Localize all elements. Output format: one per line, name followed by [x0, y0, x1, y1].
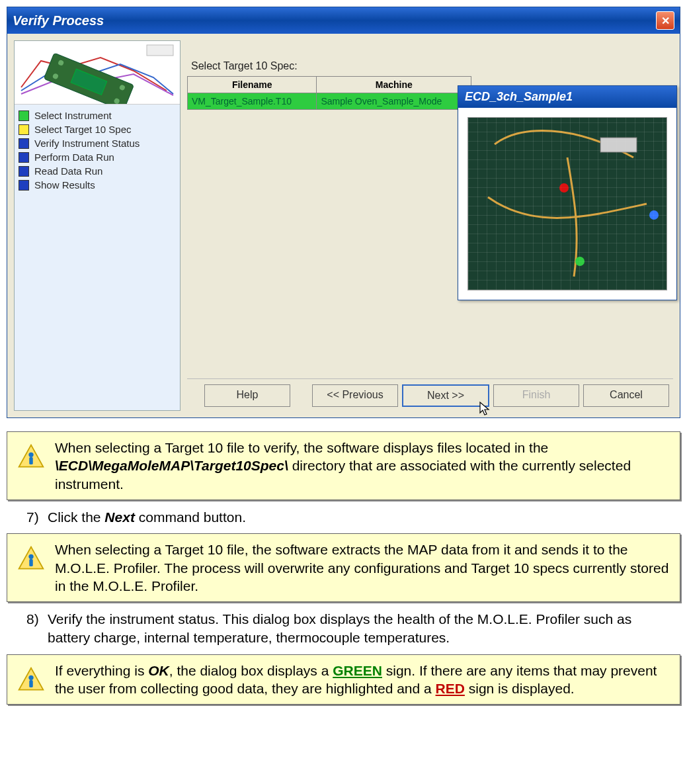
svg-point-13	[28, 554, 33, 559]
note-text: When selecting a Target 10 file, the sof…	[55, 541, 670, 595]
next-button-label: Next >>	[427, 390, 464, 401]
step-7: 7)Click the Next command button.	[26, 508, 680, 527]
step-perform-run: Perform Data Run	[19, 150, 176, 164]
step-label: Select Target 10 Spec	[34, 124, 131, 135]
close-button[interactable]: ✕	[656, 11, 674, 30]
info-note-1: When selecting a Target 10 file to verif…	[7, 431, 680, 500]
status-box-blue	[19, 152, 29, 163]
cursor-icon	[479, 401, 492, 420]
step-select-target10: Select Target 10 Spec	[19, 122, 176, 136]
cell-machine: Sample Oven_Sample_Mode	[317, 93, 471, 110]
step-read-run: Read Data Run	[19, 164, 176, 178]
table-row[interactable]: VM_Target_Sample.T10 Sample Oven_Sample_…	[188, 93, 471, 110]
status-box-green	[19, 110, 29, 121]
status-box-blue	[19, 166, 29, 177]
step-select-instrument: Select Instrument	[19, 109, 176, 122]
step-label: Show Results	[34, 179, 95, 191]
probe-dot-green	[575, 257, 585, 266]
note-text: When selecting a Target 10 file to verif…	[55, 439, 670, 493]
info-icon	[17, 544, 46, 574]
next-button[interactable]: Next >>	[402, 384, 489, 407]
wizard-steps-list: Select Instrument Select Target 10 Spec …	[15, 105, 180, 196]
probe-dot-blue	[649, 210, 659, 220]
svg-rect-11	[29, 457, 33, 464]
svg-point-16	[28, 675, 33, 679]
help-button[interactable]: Help	[204, 384, 290, 407]
status-box-blue	[19, 180, 29, 191]
info-note-2: When selecting a Target 10 file, the sof…	[7, 533, 680, 602]
titlebar: Verify Process ✕	[7, 7, 680, 34]
wizard-sidebar: Select Instrument Select Target 10 Spec …	[14, 40, 181, 411]
spec-table[interactable]: Filename Machine VM_Target_Sample.T10 Sa…	[187, 76, 471, 110]
close-icon: ✕	[661, 15, 670, 27]
sample-preview-window: ECD_3ch_Sample1	[458, 85, 677, 300]
step-number: 8)	[26, 610, 48, 629]
step-label: Read Data Run	[34, 165, 102, 177]
info-icon	[17, 666, 46, 695]
note-text: If everything is OK, the dialog box disp…	[55, 662, 670, 698]
col-filename[interactable]: Filename	[188, 77, 317, 93]
step-show-results: Show Results	[19, 178, 176, 192]
step-8: 8)Verify the instrument status. This dia…	[26, 610, 680, 648]
step-number: 7)	[26, 508, 48, 527]
svg-point-10	[28, 453, 33, 457]
verify-process-dialog: Verify Process ✕	[7, 7, 680, 418]
probe-dot-red	[559, 183, 569, 193]
step-verify-status: Verify Instrument Status	[19, 136, 176, 150]
status-box-yellow	[19, 124, 29, 135]
sidebar-chart-thumbnail	[15, 41, 180, 105]
col-machine[interactable]: Machine	[317, 77, 471, 93]
cancel-button[interactable]: Cancel	[583, 384, 669, 407]
step-label: Perform Data Run	[34, 152, 114, 163]
status-box-blue	[19, 138, 29, 149]
info-icon	[17, 443, 46, 472]
step-label: Select Instrument	[34, 110, 112, 121]
previous-button[interactable]: << Previous	[312, 384, 398, 407]
wizard-button-bar: Help << Previous Next >> Finish Cancel	[187, 378, 673, 411]
preview-title: ECD_3ch_Sample1	[458, 86, 676, 108]
cell-filename: VM_Target_Sample.T10	[188, 93, 317, 110]
step-label: Verify Instrument Status	[34, 138, 140, 149]
svg-rect-17	[29, 680, 33, 687]
pcb-image	[467, 117, 667, 290]
svg-rect-8	[600, 138, 637, 152]
finish-button: Finish	[493, 384, 579, 407]
window-title: Verify Process	[13, 13, 104, 28]
info-note-3: If everything is OK, the dialog box disp…	[7, 654, 680, 705]
wizard-main-panel: Select Target 10 Spec: Filename Machine …	[187, 40, 673, 411]
svg-rect-14	[29, 559, 33, 566]
svg-rect-7	[147, 45, 173, 56]
select-spec-label: Select Target 10 Spec:	[191, 60, 673, 72]
